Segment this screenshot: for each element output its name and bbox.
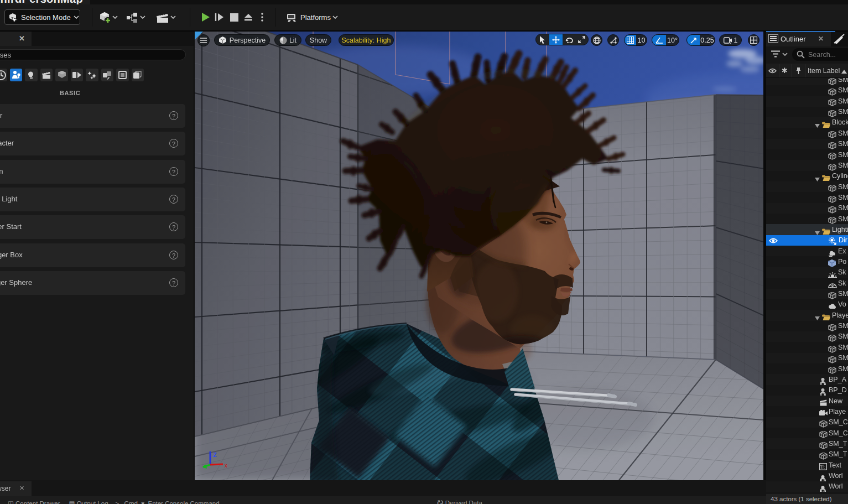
svg-text:Tt: Tt	[820, 464, 825, 470]
